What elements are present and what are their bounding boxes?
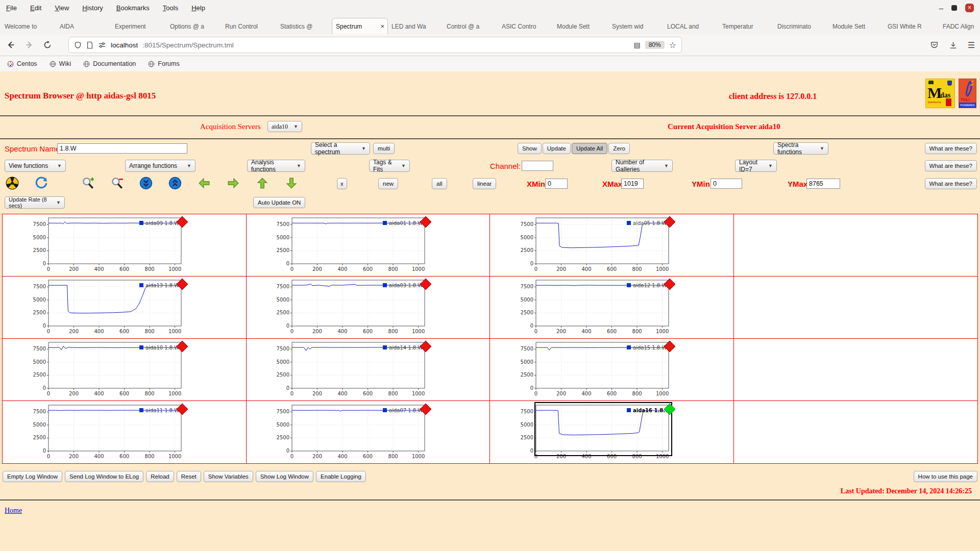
collapse-down-icon[interactable] [139, 176, 153, 190]
forward-button[interactable] [23, 39, 35, 51]
menu-edit[interactable]: Edit [30, 4, 41, 12]
tab-temperatur[interactable]: Temperatur [719, 18, 774, 34]
bookmark-documentation[interactable]: Documentation [83, 60, 136, 67]
view-functions-dropdown[interactable]: View functions▼ [5, 160, 66, 172]
number-of-galleries-dropdown[interactable]: Number of Galleries▼ [611, 160, 673, 172]
reload-button[interactable] [42, 39, 53, 51]
x-button[interactable]: x [337, 178, 347, 189]
tab-module-sett[interactable]: Module Sett [553, 18, 608, 34]
tab-discriminato[interactable]: Discriminato [774, 18, 829, 34]
show-variables-button[interactable]: Show Variables [204, 471, 253, 482]
spectrum-plot-aida09[interactable]: 020040060080010000250050007500aida09 1.8… [29, 215, 219, 276]
multi-button[interactable]: multi [373, 143, 395, 154]
tab-welcome-to[interactable]: Welcome to [1, 18, 56, 34]
channel-input[interactable] [522, 161, 553, 171]
downloads-icon[interactable] [949, 41, 958, 49]
what-are-these-button-2[interactable]: What are these? [925, 160, 977, 171]
radioactive-icon[interactable] [5, 176, 19, 190]
tab-control-a[interactable]: Control @ a [443, 18, 498, 34]
arrow-up-icon[interactable] [255, 176, 270, 190]
reload-button[interactable]: Reload [146, 471, 174, 482]
spectrum-plot-aida13[interactable]: 020040060080010000250050007500aida13 1.8… [29, 277, 219, 338]
shield-permissions-icon[interactable] [74, 41, 82, 49]
tab-module-sett[interactable]: Module Sett [829, 18, 884, 34]
tab-fadc-align[interactable]: FADC Align [939, 18, 980, 34]
spectrum-plot-aida07[interactable]: 020040060080010000250050007500aida07 1.8… [273, 402, 463, 463]
back-button[interactable] [5, 39, 16, 51]
menu-help[interactable]: Help [191, 4, 205, 12]
reader-view-icon[interactable]: ▤ [633, 41, 640, 49]
arrow-left-icon[interactable] [197, 176, 211, 190]
menu-tools[interactable]: Tools [163, 4, 178, 12]
update-button[interactable]: Update [543, 143, 571, 154]
tab-system-wid[interactable]: System wid [608, 18, 664, 34]
acquisition-server-select[interactable]: aida10▼ [267, 121, 302, 132]
menu-file[interactable]: File [6, 4, 17, 12]
maximize-icon[interactable] [951, 5, 957, 11]
bookmark-centos[interactable]: Centos [7, 60, 37, 67]
new-button[interactable]: new [378, 178, 398, 189]
spectrum-name-input[interactable] [57, 143, 187, 154]
update-all-button[interactable]: Update All [572, 143, 607, 154]
tab-run-control[interactable]: Run Control [222, 18, 277, 34]
send-log-window-to-elog-button[interactable]: Send Log Window to ELog [65, 471, 143, 482]
update-rate-dropdown[interactable]: Update Rate (8 secs)▼ [5, 196, 65, 209]
spectrum-plot-aida10[interactable]: 020040060080010000250050007500aida10 1.8… [29, 339, 219, 400]
select-spectrum-dropdown[interactable]: Select a spectrum▼ [311, 142, 370, 155]
expand-up-icon[interactable] [168, 176, 182, 190]
analysis-functions-dropdown[interactable]: Analysis functions▼ [247, 160, 305, 172]
pocket-icon[interactable] [930, 41, 939, 49]
home-link[interactable]: Home [5, 507, 22, 515]
spectrum-plot-aida05[interactable]: 020040060080010000250050007500aida05 1.8… [517, 215, 707, 276]
what-are-these-button-3[interactable]: What are these? [925, 178, 977, 189]
zoom-in-icon[interactable] [81, 176, 95, 190]
xmax-input[interactable] [621, 179, 644, 189]
tune-icon[interactable] [98, 41, 106, 48]
zoom-level-badge[interactable]: 80% [645, 41, 665, 49]
tab-asic-contro[interactable]: ASIC Contro [498, 18, 553, 34]
tab-led-and-wa[interactable]: LED and Wa [388, 18, 443, 34]
tab-close-icon[interactable]: × [379, 22, 384, 30]
bookmark-forums[interactable]: Forums [148, 60, 179, 67]
auto-update-button[interactable]: Auto Update ON [253, 197, 305, 208]
spectrum-plot-aida12[interactable]: 020040060080010000250050007500aida12 1.8… [517, 277, 707, 338]
app-menu-icon[interactable]: ☰ [968, 40, 975, 50]
arrow-down-icon[interactable] [284, 176, 299, 190]
zero-button[interactable]: Zero [608, 143, 630, 154]
layout-id-dropdown[interactable]: Layout ID=7▼ [735, 160, 777, 172]
ymax-input[interactable] [806, 179, 840, 189]
page-info-icon[interactable] [86, 41, 93, 49]
spectrum-plot-aida03[interactable]: 020040060080010000250050007500aida03 1.8… [273, 277, 463, 338]
url-bar[interactable]: localhost:8015/Spectrum/Spectrum.tml ▤ 8… [68, 37, 682, 53]
spectrum-plot-aida11[interactable]: 020040060080010000250050007500aida11 1.8… [29, 402, 219, 463]
empty-log-window-button[interactable]: Empty Log Window [3, 471, 62, 482]
arrange-functions-dropdown[interactable]: Arrange functions▼ [125, 160, 195, 172]
reset-button[interactable]: Reset [177, 471, 201, 482]
spectrum-plot-aida16[interactable]: 020040060080010000250050007500aida16 1.8… [517, 402, 707, 463]
show-log-window-button[interactable]: Show Log Window [256, 471, 313, 482]
spectra-functions-dropdown[interactable]: Spectra functions▼ [773, 142, 828, 155]
linear-button[interactable]: linear [473, 178, 496, 189]
enable-logging-button[interactable]: Enable Logging [316, 471, 366, 482]
menu-view[interactable]: View [55, 4, 69, 12]
tags-fits-dropdown[interactable]: Tags & Fits▼ [369, 160, 410, 172]
how-to-use-this-page-button[interactable]: How to use this page [914, 471, 977, 482]
tab-gsi-white-r[interactable]: GSI White R [884, 18, 939, 34]
close-icon[interactable]: × [965, 4, 974, 12]
tab-statistics[interactable]: Statistics @ [277, 18, 332, 34]
what-are-these-button-1[interactable]: What are these? [925, 143, 977, 154]
xmin-input[interactable] [545, 179, 568, 189]
all-button[interactable]: all [432, 178, 447, 189]
spectrum-plot-aida15[interactable]: 020040060080010000250050007500aida15 1.8… [517, 339, 707, 400]
zoom-out-icon[interactable] [110, 176, 124, 190]
bookmark-star-icon[interactable]: ☆ [669, 40, 676, 50]
tab-local-and[interactable]: LOCAL and [664, 18, 719, 34]
bookmark-wiki[interactable]: Wiki [50, 60, 71, 67]
ymin-input[interactable] [710, 179, 742, 189]
arrow-right-icon[interactable] [226, 176, 240, 190]
tab-aida[interactable]: AIDA [56, 18, 111, 34]
show-button[interactable]: Show [518, 143, 542, 154]
spectrum-plot-aida14[interactable]: 020040060080010000250050007500aida14 1.8… [273, 339, 463, 400]
tab-options-a[interactable]: Options @ a [166, 18, 222, 34]
refresh-icon[interactable] [34, 176, 48, 190]
